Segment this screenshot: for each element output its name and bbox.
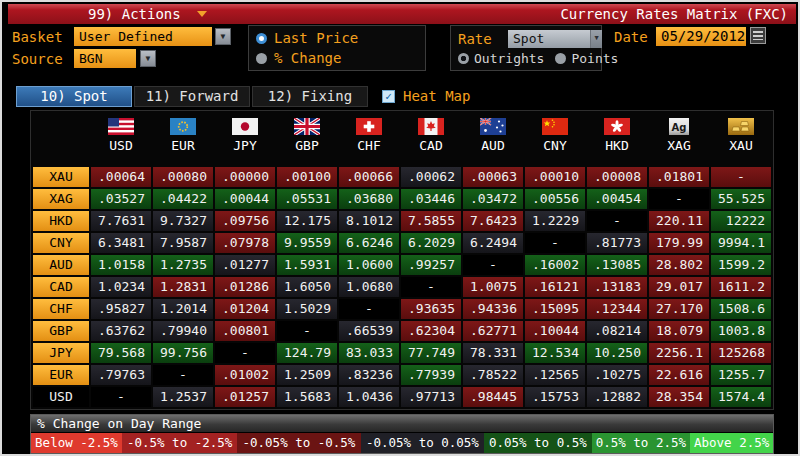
basket-dropdown-arrow-icon[interactable]: ▼ xyxy=(215,28,231,45)
rate-cell-xau-xag[interactable]: .01801 xyxy=(649,167,709,187)
rate-cell-cny-xau[interactable]: 9994.1 xyxy=(711,233,771,253)
rate-cell-cny-xag[interactable]: 179.99 xyxy=(649,233,709,253)
rate-cell-hkd-usd[interactable]: 7.7631 xyxy=(91,211,151,231)
rate-cell-cny-gbp[interactable]: 9.9559 xyxy=(277,233,337,253)
rate-cell-xag-cny[interactable]: .00556 xyxy=(525,189,585,209)
rate-cell-eur-gbp[interactable]: 1.2509 xyxy=(277,365,337,385)
rate-cell-usd-eur[interactable]: 1.2537 xyxy=(153,387,213,407)
rate-cell-aud-jpy[interactable]: .01277 xyxy=(215,255,275,275)
rate-cell-xau-chf[interactable]: .00066 xyxy=(339,167,399,187)
row-label-cad[interactable]: CAD xyxy=(33,277,89,297)
rate-cell-jpy-cny[interactable]: 12.534 xyxy=(525,343,585,363)
rate-cell-xau-cny[interactable]: .00010 xyxy=(525,167,585,187)
basket-select[interactable]: User Defined xyxy=(74,27,212,46)
rate-cell-usd-usd[interactable]: - xyxy=(91,387,151,407)
rate-cell-chf-hkd[interactable]: .12344 xyxy=(587,299,647,319)
rate-cell-hkd-chf[interactable]: 8.1012 xyxy=(339,211,399,231)
rate-cell-jpy-jpy[interactable]: - xyxy=(215,343,275,363)
rate-cell-aud-cny[interactable]: .16002 xyxy=(525,255,585,275)
rate-cell-eur-xag[interactable]: 22.616 xyxy=(649,365,709,385)
rate-cell-gbp-cad[interactable]: .62304 xyxy=(401,321,461,341)
outrights-radio-icon[interactable] xyxy=(458,53,469,64)
row-label-eur[interactable]: EUR xyxy=(33,365,89,385)
rate-cell-cny-cad[interactable]: 6.2029 xyxy=(401,233,461,253)
rate-cell-xau-eur[interactable]: .00080 xyxy=(153,167,213,187)
rate-cell-gbp-aud[interactable]: .62771 xyxy=(463,321,523,341)
rate-cell-usd-hkd[interactable]: .12882 xyxy=(587,387,647,407)
actions-menu[interactable]: 99) Actions xyxy=(88,6,207,22)
rate-cell-aud-chf[interactable]: 1.0600 xyxy=(339,255,399,275)
rate-cell-aud-aud[interactable]: - xyxy=(463,255,523,275)
rate-cell-hkd-xag[interactable]: 220.11 xyxy=(649,211,709,231)
rate-cell-xau-usd[interactable]: .00064 xyxy=(91,167,151,187)
rate-cell-cad-gbp[interactable]: 1.6050 xyxy=(277,277,337,297)
rate-cell-chf-eur[interactable]: 1.2014 xyxy=(153,299,213,319)
pct-change-option[interactable]: % Change xyxy=(256,50,425,66)
checkbox-checked-icon[interactable]: ✓ xyxy=(382,90,395,103)
rate-cell-aud-usd[interactable]: 1.0158 xyxy=(91,255,151,275)
rate-cell-aud-hkd[interactable]: .13085 xyxy=(587,255,647,275)
rate-cell-chf-xag[interactable]: 27.170 xyxy=(649,299,709,319)
rate-cell-hkd-cad[interactable]: 7.5855 xyxy=(401,211,461,231)
rate-cell-hkd-jpy[interactable]: .09756 xyxy=(215,211,275,231)
row-label-hkd[interactable]: HKD xyxy=(33,211,89,231)
rate-cell-xau-xau[interactable]: - xyxy=(711,167,771,187)
rate-cell-cny-eur[interactable]: 7.9587 xyxy=(153,233,213,253)
rate-select[interactable]: Spot ▼ xyxy=(508,30,602,48)
rate-cell-gbp-xau[interactable]: 1003.8 xyxy=(711,321,771,341)
rate-cell-eur-chf[interactable]: .83236 xyxy=(339,365,399,385)
rate-cell-xag-gbp[interactable]: .05531 xyxy=(277,189,337,209)
tab-fixing[interactable]: 12) Fixing xyxy=(252,86,368,107)
rate-cell-gbp-chf[interactable]: .66539 xyxy=(339,321,399,341)
rate-cell-cny-usd[interactable]: 6.3481 xyxy=(91,233,151,253)
rate-cell-gbp-usd[interactable]: .63762 xyxy=(91,321,151,341)
rate-cell-hkd-eur[interactable]: 9.7327 xyxy=(153,211,213,231)
rate-cell-usd-aud[interactable]: .98445 xyxy=(463,387,523,407)
rate-cell-jpy-xau[interactable]: 125268 xyxy=(711,343,771,363)
radio-unselected-icon[interactable] xyxy=(256,53,267,64)
radio-selected-icon[interactable] xyxy=(256,33,267,44)
rate-cell-aud-gbp[interactable]: 1.5931 xyxy=(277,255,337,275)
row-label-xag[interactable]: XAG xyxy=(33,189,89,209)
rate-cell-hkd-hkd[interactable]: - xyxy=(587,211,647,231)
rate-cell-eur-cad[interactable]: .77939 xyxy=(401,365,461,385)
rate-cell-cad-chf[interactable]: 1.0680 xyxy=(339,277,399,297)
rate-cell-hkd-xau[interactable]: 12222 xyxy=(711,211,771,231)
rate-cell-cny-jpy[interactable]: .07978 xyxy=(215,233,275,253)
rate-cell-cad-usd[interactable]: 1.0234 xyxy=(91,277,151,297)
rate-cell-xag-xau[interactable]: 55.525 xyxy=(711,189,771,209)
rate-cell-chf-aud[interactable]: .94336 xyxy=(463,299,523,319)
rate-cell-cad-xau[interactable]: 1611.2 xyxy=(711,277,771,297)
rate-cell-cad-hkd[interactable]: .13183 xyxy=(587,277,647,297)
rate-cell-chf-usd[interactable]: .95827 xyxy=(91,299,151,319)
rate-cell-xag-hkd[interactable]: .00454 xyxy=(587,189,647,209)
rate-cell-xag-xag[interactable]: - xyxy=(649,189,709,209)
rate-cell-aud-xau[interactable]: 1599.2 xyxy=(711,255,771,275)
rate-cell-aud-cad[interactable]: .99257 xyxy=(401,255,461,275)
rate-cell-usd-chf[interactable]: 1.0436 xyxy=(339,387,399,407)
rate-cell-jpy-eur[interactable]: 99.756 xyxy=(153,343,213,363)
rate-cell-chf-jpy[interactable]: .01204 xyxy=(215,299,275,319)
row-label-xau[interactable]: XAU xyxy=(33,167,89,187)
rate-cell-jpy-gbp[interactable]: 124.79 xyxy=(277,343,337,363)
rate-cell-usd-cad[interactable]: .97713 xyxy=(401,387,461,407)
rate-cell-gbp-gbp[interactable]: - xyxy=(277,321,337,341)
rate-cell-usd-cny[interactable]: .15753 xyxy=(525,387,585,407)
calendar-icon[interactable] xyxy=(750,27,766,44)
rate-cell-usd-xag[interactable]: 28.354 xyxy=(649,387,709,407)
rate-cell-chf-xau[interactable]: 1508.6 xyxy=(711,299,771,319)
rate-cell-gbp-cny[interactable]: .10044 xyxy=(525,321,585,341)
outrights-label[interactable]: Outrights xyxy=(474,51,544,66)
row-label-cny[interactable]: CNY xyxy=(33,233,89,253)
rate-cell-chf-gbp[interactable]: 1.5029 xyxy=(277,299,337,319)
rate-cell-xag-usd[interactable]: .03527 xyxy=(91,189,151,209)
rate-cell-xau-gbp[interactable]: .00100 xyxy=(277,167,337,187)
rate-cell-jpy-cad[interactable]: 77.749 xyxy=(401,343,461,363)
rate-cell-xag-cad[interactable]: .03446 xyxy=(401,189,461,209)
points-radio-icon[interactable] xyxy=(555,53,566,64)
row-label-chf[interactable]: CHF xyxy=(33,299,89,319)
tab-spot[interactable]: 10) Spot xyxy=(16,86,132,107)
rate-cell-jpy-xag[interactable]: 2256.1 xyxy=(649,343,709,363)
rate-cell-usd-jpy[interactable]: .01257 xyxy=(215,387,275,407)
rate-cell-eur-aud[interactable]: .78522 xyxy=(463,365,523,385)
